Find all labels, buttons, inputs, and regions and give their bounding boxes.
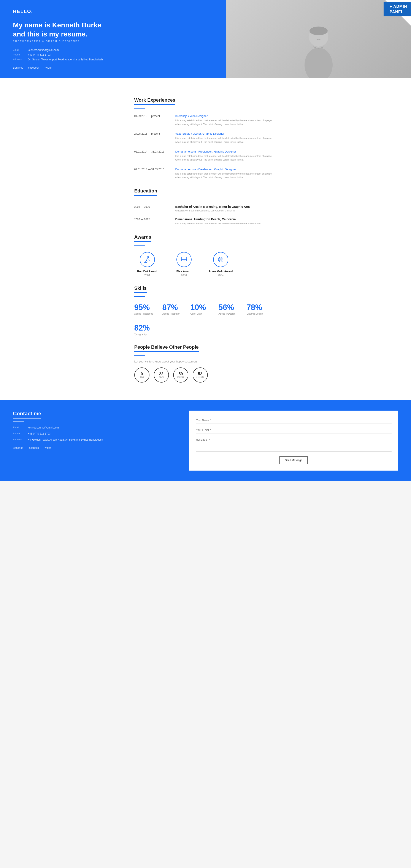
work-details-3: Domaname.com - Freelancer / Graphic Desi… <box>175 167 277 180</box>
skill-name-4: Graphic Design <box>247 312 263 315</box>
awards-section-title: Awards <box>134 234 151 242</box>
contact-message-input[interactable] <box>196 436 391 452</box>
contact-phone-label: Phone <box>13 432 25 435</box>
edu-details-1: Dimensions, Huntington Beach, California… <box>175 217 262 226</box>
contact-email-input[interactable] <box>196 427 391 433</box>
skills-section-title: Skills <box>134 285 147 293</box>
testimonials-subtitle: Let your visitors know about your happy … <box>134 360 277 363</box>
contact-phone: Phone +48 (474) 511 1703 <box>13 432 176 435</box>
contact-social-facebook[interactable]: Facebook <box>27 446 39 450</box>
content-wrapper: Work Experiences 01.09.2015 — present In… <box>121 78 290 400</box>
hero-photo-area: + ADMINPANEL <box>226 0 411 78</box>
skill-name-5: Typography <box>134 333 147 336</box>
hero-phone-label: Phone <box>13 53 25 56</box>
skill-item-0: 95% Adobe Photoshop <box>134 303 154 315</box>
runner-icon <box>143 256 151 264</box>
counter-hours-label: Hours <box>159 376 164 378</box>
skill-item-1: 87% Adobe Illustrator <box>163 303 182 315</box>
skill-item-3: 56% Adobe InDesign <box>218 303 238 315</box>
work-item-1: 24.05.2015 — present Valar Studio / Owne… <box>134 132 277 144</box>
work-date-1: 24.05.2015 — present <box>134 132 169 144</box>
counter-minutes: 59 Minutes <box>173 367 188 382</box>
contact-form: Send Message <box>189 411 398 471</box>
testimonials-section: People Believe Other People Let your vis… <box>134 344 277 382</box>
edu-item-0: 2003 — 2006 Bachelor of Arts in Marketin… <box>134 205 277 212</box>
hero-phone-value: +48 (474) 511 1703 <box>28 53 51 56</box>
award-item-1: Elva Award 2006 <box>171 252 197 277</box>
work-date-2: 02.01.2014 — 31.03.2015 <box>134 150 169 162</box>
svg-point-0 <box>304 48 332 78</box>
svg-point-7 <box>183 260 184 261</box>
skills-grid: 95% Adobe Photoshop 87% Adobe Illustrato… <box>134 303 277 336</box>
hero-phone: Phone +48 (474) 511 1703 <box>13 53 213 56</box>
skill-item-2: 10% Corel Draw <box>190 303 210 315</box>
award-name-0: Red Dot Award <box>137 270 157 273</box>
testimonials-title-underline <box>134 355 145 355</box>
hero-social-facebook[interactable]: Facebook <box>28 66 39 69</box>
edu-details-0: Bachelor of Arts in Marketing, Minor in … <box>175 205 250 212</box>
skill-item-4: 78% Graphic Design <box>247 303 266 315</box>
contact-name-input[interactable] <box>196 417 391 424</box>
skill-percent-1: 87% <box>163 303 178 312</box>
edu-date-1: 2006 — 2012 <box>134 217 169 226</box>
skill-name-2: Corel Draw <box>190 312 202 315</box>
skill-percent-3: 56% <box>218 303 234 312</box>
skill-percent-2: 10% <box>190 303 206 312</box>
contact-send-button[interactable]: Send Message <box>280 456 307 464</box>
svg-point-3 <box>148 256 149 258</box>
work-details-1: Valar Studio / Owner, Graphic Designer I… <box>175 132 277 144</box>
work-section-title: Work Experiences <box>134 97 175 105</box>
work-desc-0: It is a long established fact that a rea… <box>175 119 277 126</box>
award-item-0: Red Dot Award 2004 <box>134 252 160 277</box>
edu-degree-0: Bachelor of Arts in Marketing, Minor in … <box>175 205 250 209</box>
hero-logo: HELLO. <box>13 9 213 14</box>
work-desc-2: It is a long established fact that a rea… <box>175 154 277 162</box>
award-name-1: Elva Award <box>176 270 192 273</box>
edu-item-1: 2006 — 2012 Dimensions, Huntington Beach… <box>134 217 277 226</box>
counter-hours-num: 22 <box>159 372 163 376</box>
admin-panel-button[interactable]: + ADMINPANEL <box>384 2 411 17</box>
contact-address-value: +4, Golden Tower, Airport Road, Amberkha… <box>28 438 103 441</box>
counter-minutes-label: Minutes <box>177 376 184 378</box>
work-desc-1: It is a long established fact that a rea… <box>175 136 277 144</box>
work-item-2: 02.01.2014 — 31.03.2015 Domaname.com - F… <box>134 150 277 162</box>
medal-icon <box>217 256 225 264</box>
edu-degree-1: Dimensions, Huntington Beach, California <box>175 217 262 221</box>
svg-rect-4 <box>144 262 147 262</box>
award-icon-1 <box>176 252 192 267</box>
hero-address-label: Address <box>13 58 25 61</box>
hero-email: Email kenneth.burke@gmail.com <box>13 49 213 52</box>
hero-social-twitter[interactable]: Twitter <box>44 66 52 69</box>
work-desc-3: It is a long established fact that a rea… <box>175 172 277 180</box>
hero-subtitle: PHOTOGRARPER & GRAPHIC DESIGNER <box>13 40 213 42</box>
hero-name: My name is Kenneth Burkeand this is my r… <box>13 21 213 39</box>
award-year-0: 2004 <box>144 274 150 277</box>
contact-address: Address +4, Golden Tower, Airport Road, … <box>13 438 176 441</box>
skills-title-underline <box>134 296 145 297</box>
svg-point-2 <box>310 27 328 35</box>
hero-email-value: kenneth.burke@gmail.com <box>28 49 59 52</box>
skill-name-3: Adobe InDesign <box>218 312 235 315</box>
work-company-0: Interakcja / Web Designer <box>175 114 277 118</box>
contact-social-twitter[interactable]: Twitter <box>43 446 51 450</box>
hero-section: HELLO. My name is Kenneth Burkeand this … <box>0 0 411 78</box>
skill-name-1: Adobe Illustrator <box>163 312 180 315</box>
work-title-underline <box>134 108 145 108</box>
awards-grid: Red Dot Award 2004 Elva Award <box>134 252 277 277</box>
education-section: Education 2003 — 2006 Bachelor of Arts i… <box>134 188 277 226</box>
counter-seconds: 52 Seconds <box>193 367 208 382</box>
hero-content: HELLO. My name is Kenneth Burkeand this … <box>0 0 226 78</box>
hero-email-label: Email <box>13 49 25 52</box>
work-company-1: Valar Studio / Owner, Graphic Designer <box>175 132 277 135</box>
award-year-1: 2006 <box>181 274 187 277</box>
hero-address-value: J4, Golden Tower, Airport Road, Amberkha… <box>28 58 103 61</box>
work-item-0: 01.09.2015 — present Interakcja / Web De… <box>134 114 277 126</box>
contact-social-behance[interactable]: Behance <box>13 446 23 450</box>
hero-person-illustration <box>295 15 342 78</box>
work-details-0: Interakcja / Web Designer It is a long e… <box>175 114 277 126</box>
hero-social-behance[interactable]: Behance <box>13 66 23 69</box>
award-year-2: 2004 <box>218 274 224 277</box>
awards-section: Awards Red Dot Award 200 <box>134 234 277 277</box>
contact-section: Contact me Email kenneth.burke@gmail.com… <box>0 400 411 482</box>
edu-school-0: University of Southern California, Los A… <box>175 209 250 212</box>
